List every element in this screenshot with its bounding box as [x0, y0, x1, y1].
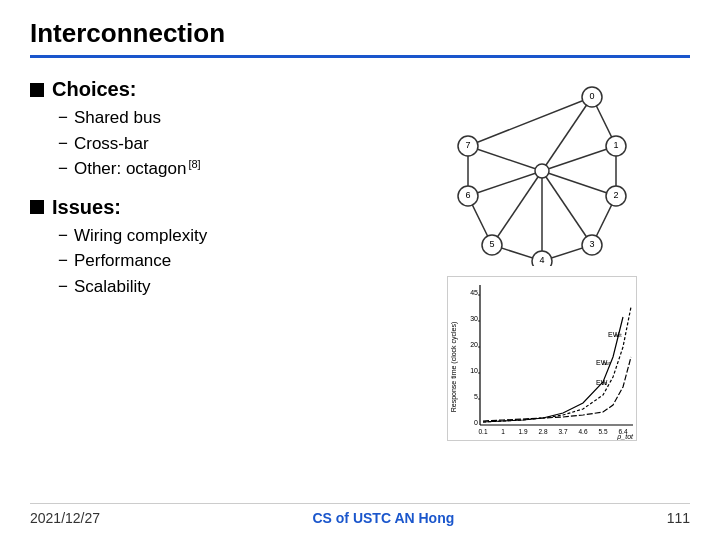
issues-label: Issues: — [52, 196, 121, 219]
graph-svg: Response time (clock cycles) 0 5 10 20 3… — [448, 277, 637, 441]
octagon-svg: 0 1 2 3 4 5 6 7 — [447, 76, 637, 266]
svg-text:5: 5 — [489, 239, 494, 249]
svg-line-5 — [492, 171, 542, 245]
choices-bullet — [30, 83, 44, 97]
svg-line-0 — [542, 97, 592, 171]
list-item: − Wiring complexity — [58, 223, 393, 249]
choice-3-text: Other: octagon — [74, 156, 186, 182]
right-column: 0 1 2 3 4 5 6 7 — [393, 68, 690, 499]
svg-text:30: 30 — [470, 315, 478, 322]
svg-text:to: to — [603, 380, 607, 386]
list-item: − Scalability — [58, 274, 393, 300]
svg-text:ρ_tot: ρ_tot — [616, 433, 634, 441]
choice-2: Cross-bar — [74, 131, 149, 157]
svg-line-6 — [468, 171, 542, 196]
issue-3: Scalability — [74, 274, 151, 300]
svg-text:0: 0 — [589, 91, 594, 101]
list-item: − Performance — [58, 248, 393, 274]
slide: Interconnection Choices: − Shared bus − … — [0, 0, 720, 540]
slide-footer: 2021/12/27 CS of USTC AN Hong 111 — [30, 503, 690, 526]
svg-text:4: 4 — [539, 255, 544, 265]
list-item: − Shared bus — [58, 105, 393, 131]
svg-text:1: 1 — [501, 428, 505, 435]
svg-text:bur: bur — [603, 360, 611, 366]
svg-text:1.9: 1.9 — [518, 428, 527, 435]
svg-text:0.1: 0.1 — [478, 428, 487, 435]
svg-text:0: 0 — [474, 419, 478, 426]
svg-text:5.5: 5.5 — [598, 428, 607, 435]
svg-line-7 — [468, 146, 542, 171]
octagon-diagram: 0 1 2 3 4 5 6 7 — [447, 76, 637, 266]
issue-2: Performance — [74, 248, 171, 274]
issues-list: − Wiring complexity − Performance − Scal… — [30, 223, 393, 300]
choices-header: Choices: — [30, 78, 393, 101]
svg-text:2.8: 2.8 — [538, 428, 547, 435]
svg-text:2: 2 — [613, 190, 618, 200]
svg-text:3.7: 3.7 — [558, 428, 567, 435]
svg-text:ext: ext — [615, 332, 622, 338]
svg-text:4.6: 4.6 — [578, 428, 587, 435]
footer-center: CS of USTC AN Hong — [312, 510, 454, 526]
svg-text:10: 10 — [470, 367, 478, 374]
svg-text:20: 20 — [470, 341, 478, 348]
performance-graph: Response time (clock cycles) 0 5 10 20 3… — [447, 276, 637, 441]
footer-date: 2021/12/27 — [30, 510, 100, 526]
footer-page: 111 — [667, 510, 690, 526]
choices-label: Choices: — [52, 78, 136, 101]
svg-text:3: 3 — [589, 239, 594, 249]
svg-text:5: 5 — [474, 393, 478, 400]
svg-text:Response time (clock cycles): Response time (clock cycles) — [450, 322, 458, 413]
svg-point-17 — [535, 164, 549, 178]
left-column: Choices: − Shared bus − Cross-bar − Othe… — [30, 68, 393, 499]
list-item: − Other: octagon [8] — [58, 156, 393, 182]
svg-text:1: 1 — [613, 140, 618, 150]
svg-rect-26 — [448, 277, 637, 441]
svg-text:7: 7 — [465, 140, 470, 150]
issues-header: Issues: — [30, 196, 393, 219]
svg-text:6: 6 — [465, 190, 470, 200]
choice-3-sup: [8] — [188, 156, 200, 173]
svg-line-3 — [542, 171, 592, 245]
main-content: Choices: − Shared bus − Cross-bar − Othe… — [30, 68, 690, 499]
title-divider — [30, 55, 690, 58]
svg-line-2 — [542, 171, 616, 196]
slide-title: Interconnection — [30, 18, 690, 49]
svg-line-1 — [542, 146, 616, 171]
choices-list: − Shared bus − Cross-bar − Other: octago… — [30, 105, 393, 182]
issues-bullet — [30, 200, 44, 214]
svg-text:45: 45 — [470, 289, 478, 296]
issue-1: Wiring complexity — [74, 223, 207, 249]
choice-1: Shared bus — [74, 105, 161, 131]
list-item: − Cross-bar — [58, 131, 393, 157]
